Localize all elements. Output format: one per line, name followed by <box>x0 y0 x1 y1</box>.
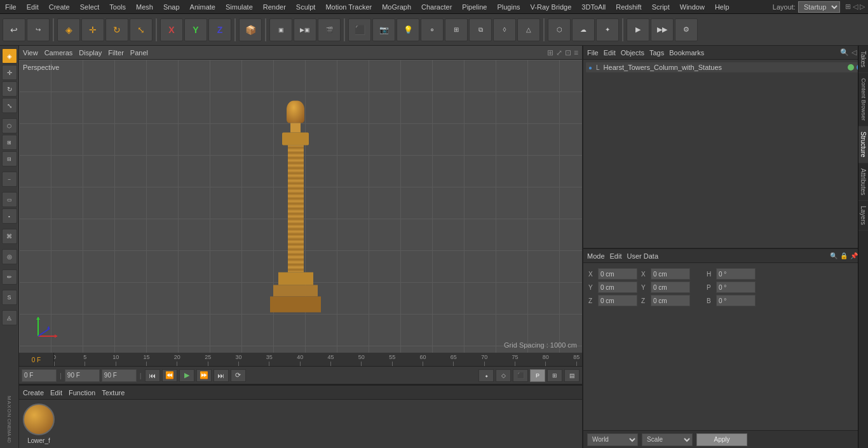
deform-button[interactable]: ◊ <box>493 18 516 41</box>
particle-button[interactable]: ✦ <box>596 18 619 41</box>
step-back-btn[interactable]: ⏪ <box>162 369 177 382</box>
frame-start-input[interactable] <box>22 369 57 382</box>
menu-pipeline[interactable]: Pipeline <box>457 2 492 12</box>
floor-button[interactable]: ⬡ <box>548 18 571 41</box>
viewport-menu-panel[interactable]: Panel <box>130 49 148 57</box>
menu-redshift[interactable]: Redshift <box>611 2 646 12</box>
sphere-button[interactable]: ⚬ <box>421 18 444 41</box>
menu-file[interactable]: File <box>0 2 22 12</box>
subdiv-button[interactable]: ⊞ <box>445 18 468 41</box>
object-button[interactable]: 📦 <box>239 18 262 41</box>
scale-button[interactable]: ⤡ <box>130 18 153 41</box>
attr-menu-mode[interactable]: Mode <box>587 252 605 260</box>
environment-button[interactable]: △ <box>517 18 540 41</box>
b-input[interactable] <box>716 295 756 306</box>
loop-btn[interactable]: ⟳ <box>231 369 246 382</box>
tab-layers[interactable]: Layers <box>858 201 868 231</box>
menu-mesh[interactable]: Mesh <box>131 2 158 12</box>
goto-end-btn[interactable]: ⏭ <box>214 369 229 382</box>
key-all-btn[interactable]: ⬥ <box>478 369 494 382</box>
vis-dot-1[interactable] <box>848 64 854 71</box>
h-input[interactable] <box>716 268 756 280</box>
viewport-menu-cameras[interactable]: Cameras <box>44 49 73 57</box>
tab-attributes[interactable]: Attributes <box>858 163 868 201</box>
sky-button[interactable]: ☁ <box>572 18 595 41</box>
tool-nurbs[interactable]: ⬡ <box>2 118 17 133</box>
menu-render[interactable]: Render <box>258 2 291 12</box>
render-queue-btn[interactable]: ▶▶ <box>651 18 674 41</box>
frame-end-input2[interactable] <box>102 369 137 382</box>
filter-icon[interactable]: ◁ <box>851 48 857 57</box>
menu-simulate[interactable]: Simulate <box>220 2 258 12</box>
menu-plugins[interactable]: Plugins <box>492 2 525 12</box>
viewport-menu-view[interactable]: View <box>23 49 38 57</box>
tool-point[interactable]: • <box>2 208 17 224</box>
render-region-button[interactable]: ▣ <box>269 18 292 41</box>
tab-takes[interactable]: Takes <box>858 46 868 73</box>
tool-paint[interactable]: S <box>2 290 17 305</box>
key-sel-btn[interactable]: ◇ <box>496 369 511 382</box>
attr-search-icon[interactable]: 🔍 <box>830 252 837 259</box>
search-icon[interactable]: 🔍 <box>840 48 849 57</box>
auto-key-btn[interactable]: ⬛ <box>513 369 528 382</box>
menu-window[interactable]: Window <box>675 2 710 12</box>
render-settings-btn[interactable]: ⚙ <box>675 18 698 41</box>
material-swatch[interactable] <box>23 404 55 435</box>
obj-menu-edit[interactable]: Edit <box>604 49 616 57</box>
rot-z-input[interactable] <box>651 295 690 306</box>
record-btn[interactable]: P <box>530 369 545 382</box>
viewport-menu-display[interactable]: Display <box>79 49 102 57</box>
pos-z-input[interactable] <box>598 295 637 306</box>
menu-vray[interactable]: V-Ray Bridge <box>526 2 577 12</box>
menu-animate[interactable]: Animate <box>185 2 220 12</box>
render-anim-button[interactable]: 🎬 <box>318 18 341 41</box>
step-fwd-btn[interactable]: ⏩ <box>196 369 212 382</box>
cube-button[interactable]: ⬛ <box>348 18 371 41</box>
tool-grid[interactable]: ⊟ <box>2 151 17 166</box>
light-button[interactable]: 💡 <box>397 18 419 41</box>
mat-menu-edit[interactable]: Edit <box>50 389 62 397</box>
menu-snap[interactable]: Snap <box>158 2 185 12</box>
move-button[interactable]: ✛ <box>81 18 104 41</box>
menu-help[interactable]: Help <box>710 2 735 12</box>
viewport-icon-1[interactable]: ⊞ <box>547 48 553 57</box>
camera-button[interactable]: 📷 <box>372 18 395 41</box>
viewport-menu-filter[interactable]: Filter <box>108 49 123 57</box>
rot-y-input[interactable] <box>651 282 690 293</box>
attr-menu-userdata[interactable]: User Data <box>627 252 659 260</box>
tool-subdiv[interactable]: ⊞ <box>2 135 17 150</box>
object-row[interactable]: ● L Hearst_Towers_Column_with_Statues <box>586 62 865 72</box>
obj-menu-tags[interactable]: Tags <box>649 49 664 57</box>
mat-menu-create[interactable]: Create <box>23 389 44 397</box>
pos-x-input[interactable] <box>598 268 637 280</box>
redo-button[interactable]: ↪ <box>27 18 50 41</box>
tool-move[interactable]: ✛ <box>2 65 17 80</box>
tool-edge[interactable]: ▭ <box>2 192 17 207</box>
apply-button[interactable]: Apply <box>696 433 747 446</box>
obj-menu-bookmarks[interactable]: Bookmarks <box>669 49 704 57</box>
z-axis-button[interactable]: Z <box>208 18 231 41</box>
ruler-track[interactable]: 051015202530354045505560657075808590 <box>54 353 582 367</box>
undo-button[interactable]: ↩ <box>3 18 25 41</box>
tab-content-browser[interactable]: Content Browser <box>858 73 868 126</box>
play-btn[interactable]: ▶ <box>179 369 194 382</box>
mograph-button[interactable]: ⧉ <box>469 18 492 41</box>
scale-dropdown[interactable]: Scale <box>642 433 693 446</box>
timeline-opts-btn[interactable]: ⊞ <box>547 369 562 382</box>
menu-mograph[interactable]: MoGraph <box>377 2 416 12</box>
layout-icons[interactable]: ⊞ ◁ ▷ <box>845 3 865 11</box>
obj-menu-objects[interactable]: Objects <box>621 49 644 57</box>
tab-structure[interactable]: Structure <box>858 126 868 163</box>
viewport-3d[interactable]: Perspective <box>19 60 582 353</box>
material-item[interactable]: Lower_f <box>23 404 55 444</box>
viewport-canvas[interactable]: Perspective <box>19 60 582 353</box>
mat-menu-texture[interactable]: Texture <box>102 389 125 397</box>
viewport-icon-4[interactable]: ≡ <box>574 48 578 57</box>
attr-menu-edit[interactable]: Edit <box>610 252 622 260</box>
tool-scale[interactable]: ⤡ <box>2 98 17 113</box>
rotate-button[interactable]: ↻ <box>105 18 128 41</box>
render-active-button[interactable]: ▶▣ <box>294 18 316 41</box>
tool-rotate[interactable]: ↻ <box>2 81 17 97</box>
tool-texture[interactable]: ◎ <box>2 249 17 264</box>
menu-3dtoall[interactable]: 3DToAll <box>576 2 611 12</box>
